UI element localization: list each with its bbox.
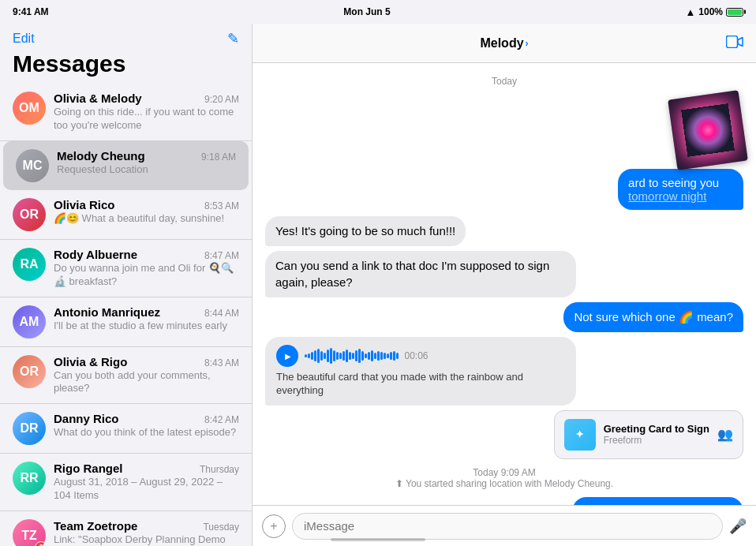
- conversation-item-team-zoetrope[interactable]: TZ 6 Team Zoetrope Tuesday Link: "Soapbo…: [0, 511, 252, 546]
- avatar-olivia-rico: OR: [13, 198, 46, 231]
- wave-bar: [346, 350, 348, 362]
- freeform-title: Greeting Card to Sign: [604, 423, 709, 435]
- conv-content-olivia-rigo: Olivia & Rigo 8:43 AM Can you both add y…: [54, 355, 239, 396]
- wave-bar: [393, 351, 395, 361]
- wave-bar: [339, 353, 342, 359]
- conversation-item-olivia-rigo[interactable]: OR Olivia & Rigo 8:43 AM Can you both ad…: [0, 347, 252, 405]
- avatar-melody-cheung: MC: [16, 149, 49, 182]
- message-row-5: Of course! Thanks for asking: [265, 497, 743, 505]
- conversation-item-danny-rico[interactable]: DR Danny Rico 8:42 AM What do you think …: [0, 404, 252, 454]
- wave-bar: [374, 353, 376, 359]
- wave-bar: [368, 352, 370, 360]
- conv-header-olivia-rico: Olivia Rico 8:53 AM: [54, 198, 239, 211]
- conversation-item-olivia-rico[interactable]: OR Olivia Rico 8:53 AM 🌈😊 What a beautif…: [0, 190, 252, 240]
- link-tomorrow-night[interactable]: tomorrow night: [628, 189, 706, 203]
- avatar-rigo-rangel: RR: [13, 462, 46, 495]
- conv-preview-antonio-manriquez: I'll be at the studio a few minutes earl…: [54, 320, 239, 333]
- video-call-button[interactable]: [726, 34, 743, 52]
- conv-header-antonio-manriquez: Antonio Manriquez 8:44 AM: [54, 305, 239, 319]
- conv-content-antonio-manriquez: Antonio Manriquez 8:44 AM I'll be at the…: [54, 305, 239, 333]
- wave-bar: [390, 352, 392, 360]
- freeform-info: Greeting Card to Sign Freeform: [604, 423, 709, 446]
- conv-preview-rody-albuerne: Do you wanna join me and Oli for 🍳🔍🔬 bre…: [54, 262, 239, 289]
- conv-time-rigo-rangel: Thursday: [200, 464, 239, 475]
- message-row-freeform: ✦ Greeting Card to Sign Freeform 👥: [265, 410, 743, 459]
- conv-content-rigo-rangel: Rigo Rangel Thursday August 31, 2018 – A…: [54, 462, 239, 503]
- message-row-2: Yes! It's going to be so much fun!!!: [265, 216, 743, 246]
- avatar-antonio-manriquez: AM: [13, 305, 46, 338]
- wifi-icon: ▲: [685, 6, 695, 18]
- freeform-card[interactable]: ✦ Greeting Card to Sign Freeform 👥: [554, 410, 743, 459]
- conv-header-rody-albuerne: Rody Albuerne 8:47 AM: [54, 248, 239, 261]
- conv-time-olivia-melody: 9:20 AM: [204, 94, 239, 105]
- bubble-received-2: Can you send a link to that doc I'm supp…: [265, 251, 576, 297]
- location-status: Today 9:09 AM ⬆ You started sharing loca…: [265, 464, 743, 492]
- conv-time-olivia-rico: 8:53 AM: [204, 200, 239, 211]
- conversation-list: OM Olivia & Melody 9:20 AM Going on this…: [0, 84, 252, 546]
- voice-caption: The beautiful card that you made with th…: [276, 371, 565, 398]
- wave-bar: [305, 354, 307, 357]
- wave-bar: [396, 353, 399, 359]
- sidebar: Edit ✎ Messages OM Olivia & Melody 9:20 …: [0, 24, 253, 546]
- conversation-item-olivia-melody[interactable]: OM Olivia & Melody 9:20 AM Going on this…: [0, 84, 252, 141]
- conv-time-danny-rico: 8:42 AM: [204, 414, 239, 425]
- wave-bar: [320, 351, 323, 361]
- battery-fill: [728, 9, 742, 15]
- conv-name-olivia-melody: Olivia & Melody: [54, 92, 142, 105]
- wave-bar: [336, 352, 339, 360]
- battery-icon: [726, 8, 743, 17]
- conv-content-rody-albuerne: Rody Albuerne 8:47 AM Do you wanna join …: [54, 248, 239, 289]
- firework-image: [668, 90, 748, 170]
- conv-header-rigo-rangel: Rigo Rangel Thursday: [54, 462, 239, 475]
- play-button[interactable]: ▶: [276, 345, 298, 367]
- conv-time-melody-cheung: 9:18 AM: [201, 151, 236, 163]
- status-indicators: ▲ 100%: [685, 6, 743, 18]
- sidebar-header: Edit ✎: [0, 24, 252, 50]
- contact-name[interactable]: Melody ›: [480, 36, 528, 50]
- bubble-sent-1: ard to seeing you tomorrow night: [618, 169, 743, 210]
- wave-bar: [314, 350, 316, 361]
- conv-time-team-zoetrope: Tuesday: [203, 522, 239, 533]
- wave-bar: [349, 352, 351, 360]
- input-bar: + 🎤: [253, 505, 756, 546]
- message-row-voice: ▶ 00:06 The beautiful card that you made…: [265, 337, 743, 406]
- conv-content-olivia-rico: Olivia Rico 8:53 AM 🌈😊 What a beautiful …: [54, 198, 239, 226]
- conv-name-rody-albuerne: Rody Albuerne: [54, 248, 137, 261]
- wave-bar: [324, 353, 326, 359]
- badge-team-zoetrope: 6: [35, 541, 46, 546]
- play-icon: ▶: [285, 352, 291, 361]
- bubble-sent-2: Not sure which one 🌈 mean?: [563, 302, 743, 332]
- wave-bar: [365, 353, 367, 358]
- message-input[interactable]: [292, 513, 723, 540]
- voice-duration: 00:06: [405, 350, 429, 361]
- wave-bar: [352, 353, 354, 359]
- avatar-rody-albuerne: RA: [13, 248, 46, 281]
- svg-rect-0: [727, 36, 738, 48]
- conv-name-danny-rico: Danny Rico: [54, 412, 119, 425]
- date-label: Today: [265, 76, 743, 87]
- conv-content-melody-cheung: Melody Cheung 9:18 AM Requested Location: [57, 149, 236, 177]
- avatar-team-zoetrope: TZ 6: [13, 519, 46, 546]
- conversation-item-melody-cheung[interactable]: MC Melody Cheung 9:18 AM Requested Locat…: [3, 141, 249, 190]
- conv-name-antonio-manriquez: Antonio Manriquez: [54, 305, 160, 319]
- conv-name-rigo-rangel: Rigo Rangel: [54, 462, 123, 475]
- location-text: You started sharing location with Melody…: [406, 478, 613, 489]
- conv-name-melody-cheung: Melody Cheung: [57, 149, 145, 163]
- conv-header-team-zoetrope: Team Zoetrope Tuesday: [54, 519, 239, 533]
- conv-name-team-zoetrope: Team Zoetrope: [54, 519, 137, 533]
- conversation-item-rody-albuerne[interactable]: RA Rody Albuerne 8:47 AM Do you wanna jo…: [0, 240, 252, 297]
- home-indicator: [331, 538, 425, 541]
- edit-button[interactable]: Edit: [13, 32, 35, 46]
- wave-bar: [377, 351, 380, 361]
- compose-button[interactable]: ✎: [227, 30, 239, 47]
- wave-bar: [327, 350, 329, 362]
- voice-bubble: ▶ 00:06 The beautiful card that you made…: [265, 337, 576, 406]
- conversation-item-rigo-rangel[interactable]: RR Rigo Rangel Thursday August 31, 2018 …: [0, 454, 252, 511]
- conv-content-danny-rico: Danny Rico 8:42 AM What do you think of …: [54, 412, 239, 439]
- conv-header-olivia-rigo: Olivia & Rigo 8:43 AM: [54, 355, 239, 368]
- microphone-button[interactable]: 🎤: [729, 518, 747, 535]
- freeform-thumbnail: ✦: [564, 419, 596, 451]
- conversation-item-antonio-manriquez[interactable]: AM Antonio Manriquez 8:44 AM I'll be at …: [0, 297, 252, 347]
- add-button[interactable]: +: [262, 514, 286, 538]
- bubble-received-1: Yes! It's going to be so much fun!!!: [265, 216, 466, 246]
